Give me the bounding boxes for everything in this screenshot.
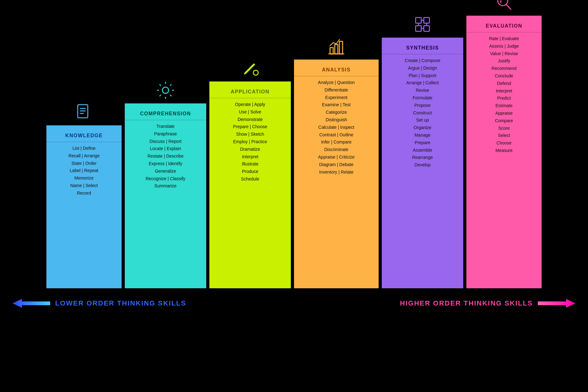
svg-rect-9 xyxy=(335,44,338,54)
svg-point-6 xyxy=(253,70,258,75)
synthesis-title: SYNTHESIS xyxy=(382,42,463,55)
arrow-row: LOWER ORDER THINKING SKILLS HIGHER ORDER… xyxy=(9,298,579,309)
svg-marker-23 xyxy=(13,299,50,308)
application-icon xyxy=(238,53,263,81)
right-arrow-icon xyxy=(538,298,575,309)
synthesis-words: Create | Compose Argue | Design Plan | S… xyxy=(403,57,442,169)
svg-line-5 xyxy=(254,64,255,65)
lower-order-arrow: LOWER ORDER THINKING SKILLS xyxy=(13,298,186,309)
svg-rect-13 xyxy=(424,18,429,23)
svg-point-4 xyxy=(162,87,169,93)
column-analysis: ANALYSISAnalyze | Question Differentiate… xyxy=(294,60,379,288)
knowledge-title: KNOWLEDGE xyxy=(46,130,122,142)
svg-rect-12 xyxy=(416,26,421,31)
svg-marker-24 xyxy=(538,299,575,308)
svg-line-20 xyxy=(506,4,511,9)
synthesis-icon xyxy=(410,9,435,38)
column-knowledge: KNOWLEDGEList | Define Recall | Arrange … xyxy=(46,125,122,288)
application-words: Operate | Apply Use | Solve Demonstrate … xyxy=(231,101,269,183)
main-container: KNOWLEDGEList | Define Recall | Arrange … xyxy=(9,6,579,309)
analysis-title: ANALYSIS xyxy=(294,64,379,76)
knowledge-icon xyxy=(71,97,97,125)
comprehension-title: COMPREHENSION xyxy=(125,108,206,120)
comprehension-words: Translate Paraphrase Discuss | Report Lo… xyxy=(144,123,187,190)
svg-rect-8 xyxy=(330,48,333,54)
column-synthesis: SYNTHESISCreate | Compose Argue | Design… xyxy=(382,38,463,288)
svg-rect-11 xyxy=(416,18,421,23)
knowledge-words: List | Define Recall | Arrange State | O… xyxy=(66,145,101,197)
evaluation-icon xyxy=(491,0,517,16)
column-application: APPLICATIONOperate | Apply Use | Solve D… xyxy=(209,81,291,288)
column-comprehension: COMPREHENSIONTranslate Paraphrase Discus… xyxy=(125,103,206,288)
svg-rect-14 xyxy=(424,26,429,31)
lower-order-label: LOWER ORDER THINKING SKILLS xyxy=(55,299,186,307)
evaluation-words: Rate | Evaluate Assess | Judge Value | R… xyxy=(487,35,521,154)
analysis-words: Analyze | Question Differentiate Experim… xyxy=(316,79,356,176)
comprehension-icon xyxy=(153,75,178,103)
analysis-icon xyxy=(324,31,349,60)
column-evaluation: EVALUATIONRate | Evaluate Assess | Judge… xyxy=(466,16,542,288)
left-arrow-icon xyxy=(13,298,50,309)
evaluation-title: EVALUATION xyxy=(466,20,542,33)
higher-order-label: HIGHER ORDER THINKING SKILLS xyxy=(400,299,533,307)
higher-order-arrow: HIGHER ORDER THINKING SKILLS xyxy=(400,298,575,309)
staircase: KNOWLEDGEList | Define Recall | Arrange … xyxy=(46,6,542,288)
svg-rect-10 xyxy=(339,41,343,54)
application-title: APPLICATION xyxy=(209,86,291,98)
